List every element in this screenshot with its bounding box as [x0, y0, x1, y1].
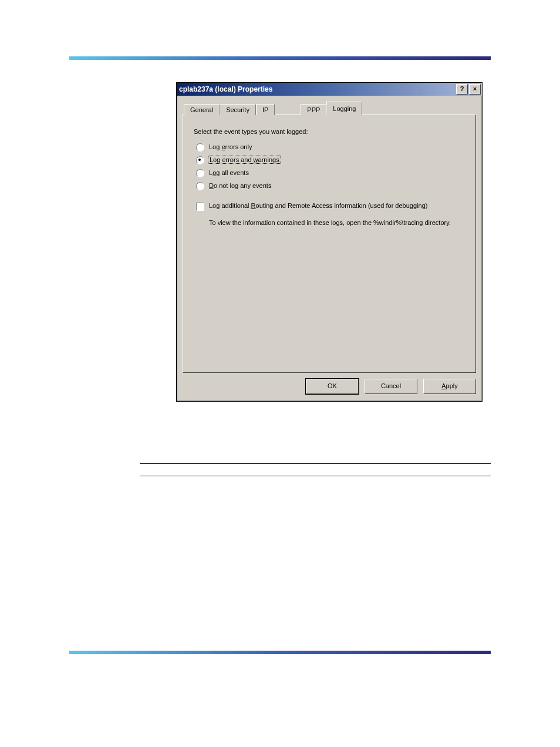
checkbox-label: Log additional Routing and Remote Access… — [209, 202, 427, 209]
properties-dialog: cplab237a (local) Properties ? × General… — [176, 82, 483, 402]
tab-logging[interactable]: Logging — [326, 102, 362, 115]
cancel-button[interactable]: Cancel — [365, 379, 417, 394]
radio-label: Log errors only — [209, 143, 252, 150]
radio-label: Do not log any events — [209, 182, 271, 189]
window-title: cplab237a (local) Properties — [179, 85, 455, 93]
radio-log-all-events[interactable]: Log all events — [196, 169, 467, 177]
tabs-row: General Security IP AAA PPP Logging — [184, 102, 476, 115]
radio-icon — [196, 143, 204, 152]
client-area: General Security IP AAA PPP Logging Sele… — [177, 96, 482, 401]
horizontal-rule — [140, 463, 491, 464]
instruction-text: Select the event types you want logged: — [194, 128, 467, 135]
tab-general[interactable]: General — [184, 104, 220, 115]
tab-ip[interactable]: IP — [256, 104, 275, 115]
radio-log-errors-only[interactable]: Log errors only — [196, 143, 467, 152]
radio-icon — [196, 169, 204, 177]
info-text: To view the information contained in the… — [209, 219, 456, 226]
apply-button[interactable]: Apply — [423, 379, 476, 394]
radio-icon — [196, 156, 204, 164]
radio-do-not-log[interactable]: Do not log any events — [196, 182, 467, 190]
horizontal-rule — [140, 476, 491, 476]
radio-label: Log errors and warnings — [208, 156, 281, 164]
radio-icon — [196, 182, 204, 190]
radio-log-errors-and-warnings[interactable]: Log errors and warnings — [196, 156, 467, 164]
titlebar[interactable]: cplab237a (local) Properties ? × — [177, 83, 482, 96]
dialog-buttons: OK Cancel Apply — [183, 379, 476, 394]
checkbox-icon — [196, 203, 204, 211]
tab-panel-logging: Select the event types you want logged: … — [183, 115, 476, 373]
tab-ppp[interactable]: PPP — [301, 104, 326, 115]
ok-button[interactable]: OK — [306, 379, 359, 394]
header-gradient-bar — [69, 56, 491, 60]
tab-security[interactable]: Security — [220, 104, 256, 115]
close-button[interactable]: × — [469, 84, 481, 95]
checkbox-additional-routing-info[interactable]: Log additional Routing and Remote Access… — [196, 202, 467, 211]
help-button[interactable]: ? — [456, 84, 468, 95]
footer-gradient-bar — [69, 651, 491, 654]
radio-label: Log all events — [209, 169, 249, 176]
